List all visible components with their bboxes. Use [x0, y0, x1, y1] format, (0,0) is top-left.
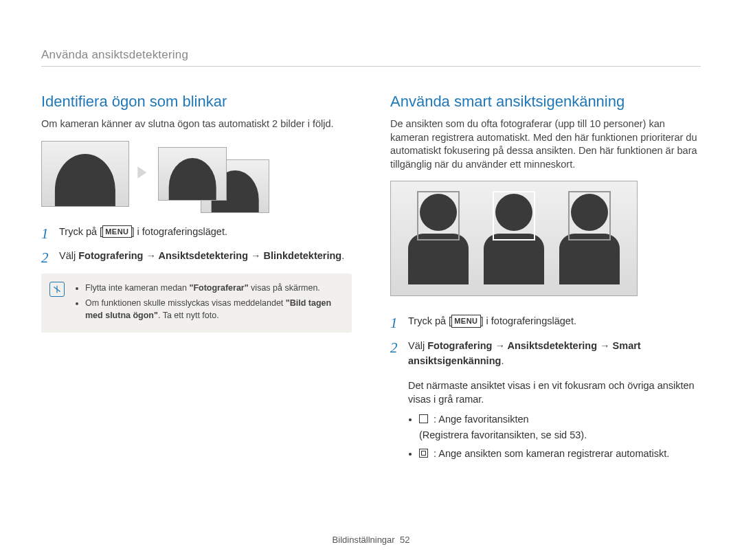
- square-double-icon: [419, 449, 428, 458]
- person-3: [559, 194, 620, 283]
- footer-page: 52: [400, 535, 409, 545]
- left-step-2: 2 Välj Fotografering → Ansiktsdetekterin…: [41, 249, 352, 264]
- blink-illustration: [41, 141, 352, 207]
- note1-quote: "Fotograferar": [189, 283, 248, 293]
- sym1-sub: (Registrera favoritansikten, se sid 53).: [419, 429, 587, 440]
- note-icon: [49, 282, 65, 297]
- right-step1-pre: Tryck på [: [408, 315, 451, 326]
- right-title: Använda smart ansiktsigenkänning: [390, 93, 701, 111]
- person-1: [407, 194, 469, 283]
- right-step1-post: ] i fotograferingsläget.: [481, 315, 576, 326]
- right-step2-pre: Välj: [408, 340, 427, 351]
- group-illustration: [390, 181, 638, 296]
- step-number-1: 1: [41, 223, 49, 245]
- menu-button-label: MENU: [451, 315, 480, 328]
- symbol-item-auto: : Ange ansikten som kameran registrerar …: [419, 446, 701, 462]
- page-footer: Bildinställningar 52: [0, 535, 742, 545]
- left-step1-post: ] i fotograferingsläget.: [132, 226, 227, 237]
- right-column: Använda smart ansiktsigenkänning De ansi…: [390, 93, 701, 465]
- note2-post: . Ta ett nytt foto.: [158, 311, 219, 320]
- breadcrumb: Använda ansiktsdetektering: [41, 48, 701, 67]
- left-step2-pre: Välj: [59, 250, 78, 261]
- note-item-2: Om funktionen skulle misslyckas visas me…: [85, 297, 342, 322]
- step-number-2: 2: [390, 337, 398, 359]
- left-step-1: 1 Tryck på [MENU] i fotograferingsläget.: [41, 225, 352, 240]
- person-2: [483, 194, 545, 283]
- menu-button-label: MENU: [102, 225, 131, 238]
- note-box: Flytta inte kameran medan "Fotograferar"…: [41, 273, 352, 333]
- note1-pre: Flytta inte kameran medan: [85, 283, 189, 293]
- sym1-text: : Ange favoritansikten: [431, 414, 529, 425]
- left-column: Identifiera ögon som blinkar Om kameran …: [41, 93, 352, 465]
- note2-pre: Om funktionen skulle misslyckas visas me…: [85, 298, 286, 308]
- left-intro: Om kameran känner av slutna ögon tas aut…: [41, 117, 352, 131]
- thumb-result-1: [158, 147, 227, 201]
- left-step1-pre: Tryck på [: [59, 226, 102, 237]
- step-number-2: 2: [41, 247, 49, 269]
- right-step2-post: .: [501, 355, 504, 366]
- note-item-1: Flytta inte kameran medan "Fotograferar"…: [85, 282, 342, 294]
- right-intro: De ansikten som du ofta fotograferar (up…: [390, 117, 701, 171]
- sym2-text: : Ange ansikten som kameran registrerar …: [431, 448, 669, 459]
- right-step-1: 1 Tryck på [MENU] i fotograferingsläget.: [390, 314, 701, 329]
- symbol-item-favorite: : Ange favoritansikten (Registrera favor…: [419, 412, 701, 443]
- left-step2-post: .: [341, 250, 344, 261]
- right-step-2: 2 Välj Fotografering → Ansiktsdetekterin…: [390, 339, 701, 369]
- right-after: Det närmaste ansiktet visas i en vit fok…: [408, 379, 701, 407]
- left-step2-bold: Fotografering → Ansiktsdetektering → Bli…: [78, 250, 341, 261]
- thumb-eyes-closed: [41, 141, 129, 207]
- square-icon: [419, 414, 428, 423]
- note1-post: visas på skärmen.: [249, 283, 320, 293]
- arrow-right-icon: [135, 164, 153, 184]
- step-number-1: 1: [390, 313, 398, 335]
- right-step2-bold: Fotografering → Ansiktsdetektering → Sma…: [408, 340, 641, 366]
- footer-label: Bildinställningar: [333, 535, 395, 545]
- left-title: Identifiera ögon som blinkar: [41, 93, 352, 111]
